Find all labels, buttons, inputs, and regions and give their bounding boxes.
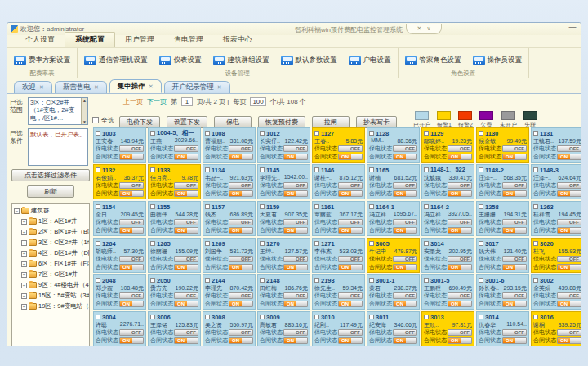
supply-status-toggle[interactable]: OFF	[557, 219, 581, 225]
room-checkbox[interactable]	[369, 315, 374, 319]
switch-status-toggle[interactable]: ON	[338, 301, 363, 307]
supply-status-toggle[interactable]: OFF	[338, 256, 363, 262]
ribbon-button[interactable]: 默认参数设置	[279, 54, 339, 67]
tab-close-icon[interactable]: ✕	[149, 83, 154, 90]
switch-status-toggle[interactable]: ON	[338, 154, 363, 160]
refresh-button[interactable]: 刷新	[27, 185, 74, 198]
switch-status-toggle[interactable]: ON	[119, 337, 144, 344]
supply-status-toggle[interactable]: OFF	[119, 145, 144, 152]
switch-status-toggle[interactable]: ON	[229, 190, 253, 197]
tree-expander-icon[interactable]: +	[21, 293, 27, 299]
supply-status-toggle[interactable]: OFF	[338, 219, 363, 225]
room-card[interactable]: 1264胡晓师..57.30元保电状态OFF合闸状态ON	[93, 238, 146, 273]
room-checkbox[interactable]	[479, 204, 483, 209]
menu-item[interactable]: 报表中心	[213, 33, 262, 47]
supply-status-toggle[interactable]: OFF	[502, 145, 527, 152]
supply-status-toggle[interactable]: OFF	[229, 219, 253, 225]
room-card[interactable]: 2048郑少霞108.48元保电状态OFF合闸状态ON	[93, 274, 146, 310]
room-checkbox[interactable]	[369, 167, 374, 172]
room-card[interactable]: 1270王绅..127.57元保电状态OFF合闸状态ON	[257, 238, 310, 273]
room-checkbox[interactable]	[205, 315, 210, 319]
tab-close-icon[interactable]: ✕	[94, 84, 99, 91]
supply-status-toggle[interactable]: OFF	[393, 182, 417, 189]
room-checkbox[interactable]	[205, 204, 210, 209]
supply-status-toggle[interactable]: OFF	[448, 145, 472, 152]
switch-status-toggle[interactable]: ON	[229, 227, 253, 234]
tree-expander-icon[interactable]: +	[21, 240, 27, 246]
switch-status-toggle[interactable]: ON	[283, 154, 308, 160]
room-card[interactable]: 3010纪刚..117.49元保电状态OFF合闸状态ON	[312, 311, 365, 346]
switch-status-toggle[interactable]: ON	[283, 227, 308, 234]
room-card[interactable]: 3014仇春华110.54..保电状态OFF合闸状态ON	[476, 311, 529, 346]
per-page-input[interactable]: 100	[250, 97, 265, 106]
switch-status-toggle[interactable]: ON	[229, 264, 253, 270]
select-all-checkbox[interactable]	[92, 117, 99, 123]
room-card[interactable]: 1129鄢晓婷..19.23元保电状态OFF合闸状态ON	[421, 127, 474, 163]
room-checkbox[interactable]	[205, 278, 210, 283]
ribbon-button[interactable]: 建筑群组设置	[212, 54, 271, 67]
supply-status-toggle[interactable]: OFF	[283, 182, 308, 189]
room-card[interactable]: 1148-3汪泽~..624.64元保电状态OFF合闸状态ON	[531, 164, 581, 199]
switch-status-toggle[interactable]: ON	[174, 337, 198, 344]
room-card[interactable]: 1134韦品~..921.63元保电状态OFF合闸状态ON	[203, 164, 256, 199]
supply-status-toggle[interactable]: OFF	[502, 219, 527, 225]
room-card[interactable]: 3014安墨龙202.95元保电状态OFF合闸状态ON	[421, 238, 474, 273]
supply-status-toggle[interactable]: OFF	[174, 256, 198, 262]
tree-node[interactable]: +3区：C区2#井（1#变…	[14, 239, 87, 247]
tab-close-icon[interactable]: ✕	[217, 84, 222, 91]
room-checkbox[interactable]	[533, 278, 538, 283]
room-checkbox[interactable]	[260, 278, 265, 283]
supply-status-toggle[interactable]: OFF	[283, 329, 308, 336]
supply-status-toggle[interactable]: OFF	[338, 145, 363, 152]
switch-status-toggle[interactable]: ON	[557, 264, 581, 270]
ribbon-button[interactable]: 管家角色设置	[403, 54, 463, 67]
switch-status-toggle[interactable]: ON	[502, 227, 527, 234]
menu-item[interactable]: 系统配置	[65, 32, 115, 47]
supply-status-toggle[interactable]: OFF	[229, 329, 253, 336]
toolbar-button[interactable]: 恢复预付费	[258, 116, 305, 128]
room-checkbox[interactable]	[533, 131, 538, 136]
supply-status-toggle[interactable]: OFF	[283, 219, 308, 225]
room-card[interactable]: 1271李伟杰533.03元保电状态OFF合闸状态ON	[312, 238, 365, 273]
switch-status-toggle[interactable]: ON	[338, 264, 363, 270]
tree-expander-icon[interactable]: +	[21, 230, 27, 235]
select-all[interactable]: 全选	[92, 116, 114, 125]
toolbar-button[interactable]: 拉闸	[312, 116, 350, 128]
room-checkbox[interactable]	[424, 315, 429, 319]
room-card[interactable]: 1258王姗姗194.31元保电状态OFF合闸状态ON	[476, 201, 529, 236]
supply-status-toggle[interactable]: OFF	[448, 329, 472, 336]
switch-status-toggle[interactable]: ON	[557, 154, 581, 160]
supply-status-toggle[interactable]: OFF	[557, 329, 581, 336]
tree-node[interactable]: +7区：G区1#井	[14, 270, 87, 279]
switch-status-toggle[interactable]: ON	[448, 190, 472, 197]
supply-status-toggle[interactable]: OFF	[229, 145, 253, 152]
room-checkbox[interactable]	[479, 167, 483, 172]
room-checkbox[interactable]	[260, 315, 265, 319]
room-card[interactable]: 1161覃丽蓝367.17元保电状态OFF合闸状态ON	[312, 201, 365, 236]
switch-status-toggle[interactable]: ON	[448, 227, 472, 234]
supply-status-toggle[interactable]: OFF	[338, 329, 363, 336]
supply-status-toggle[interactable]: OFF	[393, 329, 417, 336]
next-page-link[interactable]: 下一页	[147, 97, 167, 106]
page-number-input[interactable]: 1	[181, 97, 193, 106]
tree-expander-icon[interactable]: +	[21, 272, 27, 278]
room-card[interactable]: 2193徐先生..59.34元保电状态OFF合闸状态ON	[312, 274, 365, 310]
tree-expander-icon[interactable]: +	[21, 283, 27, 288]
room-card[interactable]: 1131王毓君..137.59元保电状态OFF合闸状态ON	[531, 127, 581, 163]
room-card[interactable]: 3004许聪2276.71..保电状态OFF合闸状态ON	[93, 311, 146, 346]
room-card[interactable]: 3020桂飞155.93元保电状态OFF合闸状态ON	[531, 238, 581, 273]
room-checkbox[interactable]	[533, 204, 538, 209]
room-card[interactable]: 3017钱大伟121.40元保电状态OFF合闸状态ON	[476, 238, 529, 273]
tab-欢迎[interactable]: 欢迎✕	[14, 81, 52, 93]
supply-status-toggle[interactable]: OFF	[174, 329, 198, 336]
supply-status-toggle[interactable]: OFF	[283, 292, 308, 299]
room-checkbox[interactable]	[424, 241, 429, 246]
supply-status-toggle[interactable]: OFF	[557, 256, 581, 262]
room-checkbox[interactable]	[479, 278, 483, 283]
room-checkbox[interactable]	[96, 204, 100, 209]
room-card[interactable]: 1004-5、相一王燕2029.66..保电状态OFF合闸状态ON	[148, 127, 201, 163]
selected-condition-box[interactable]: 默认表，已开户表。	[28, 128, 88, 166]
switch-status-toggle[interactable]: ON	[338, 337, 363, 344]
room-checkbox[interactable]	[369, 131, 374, 136]
supply-status-toggle[interactable]: OFF	[174, 292, 198, 299]
